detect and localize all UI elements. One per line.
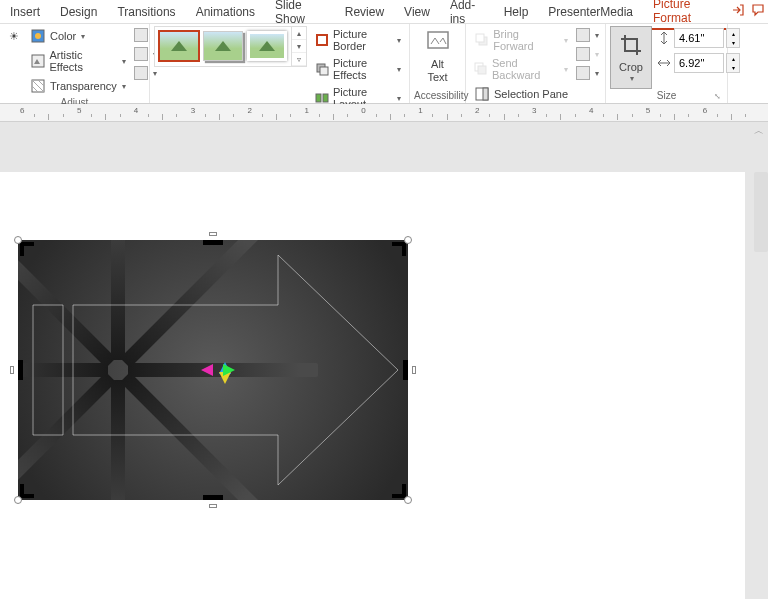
sel-handle[interactable] bbox=[14, 496, 22, 504]
transparency-icon bbox=[30, 78, 46, 94]
comments-icon[interactable] bbox=[748, 3, 768, 20]
selected-picture[interactable] bbox=[18, 240, 408, 500]
tab-view[interactable]: View bbox=[394, 2, 440, 22]
reset-icon bbox=[134, 66, 148, 80]
gallery-up[interactable]: ▴ bbox=[292, 27, 306, 40]
change-picture-icon bbox=[134, 47, 148, 61]
artistic-effects-button[interactable]: Artistic Effects ▾ bbox=[26, 47, 130, 75]
tab-insert[interactable]: Insert bbox=[0, 2, 50, 22]
tab-animations[interactable]: Animations bbox=[186, 2, 265, 22]
gallery-down[interactable]: ▾ bbox=[292, 40, 306, 53]
height-up[interactable]: ▴ bbox=[727, 29, 739, 38]
corrections-icon: ☀ bbox=[6, 28, 22, 44]
tab-help[interactable]: Help bbox=[494, 2, 539, 22]
slide-canvas[interactable]: ︿ bbox=[0, 122, 768, 599]
border-label: Picture Border bbox=[333, 28, 392, 52]
alt-text-icon bbox=[424, 28, 452, 56]
sel-handle[interactable] bbox=[209, 504, 217, 508]
align-button[interactable]: ▾ bbox=[574, 26, 601, 44]
bring-forward-icon bbox=[474, 32, 489, 48]
sel-handle[interactable] bbox=[10, 366, 14, 374]
height-down[interactable]: ▾ bbox=[727, 38, 739, 47]
size-group-label: Size bbox=[657, 90, 676, 101]
sel-handle[interactable] bbox=[404, 236, 412, 244]
crop-handle-right[interactable] bbox=[403, 360, 408, 380]
svg-point-1 bbox=[35, 33, 41, 39]
crop-icon bbox=[617, 31, 645, 59]
gallery-more[interactable]: ▿ bbox=[292, 53, 306, 66]
style-shadow[interactable] bbox=[203, 31, 243, 61]
color-label: Color bbox=[50, 30, 76, 42]
color-icon bbox=[30, 28, 46, 44]
sel-handle[interactable] bbox=[412, 366, 416, 374]
accessibility-group-label: Accessibility bbox=[414, 89, 461, 103]
align-icon bbox=[576, 28, 590, 42]
border-icon bbox=[315, 32, 329, 48]
sel-handle[interactable] bbox=[14, 236, 22, 244]
svg-rect-4 bbox=[317, 35, 327, 45]
svg-rect-7 bbox=[316, 94, 321, 102]
width-up[interactable]: ▴ bbox=[727, 54, 739, 63]
crop-label: Crop bbox=[619, 61, 643, 74]
crop-handle-bottom[interactable] bbox=[203, 495, 223, 500]
picture-effects-button[interactable]: Picture Effects ▾ bbox=[311, 55, 405, 83]
svg-rect-8 bbox=[323, 94, 328, 102]
tab-presentermedia[interactable]: PresenterMedia bbox=[538, 2, 643, 22]
svg-rect-6 bbox=[320, 67, 328, 75]
selection-pane-button[interactable]: Selection Pane bbox=[470, 84, 572, 104]
horizontal-ruler[interactable]: 6543210123456 bbox=[0, 104, 768, 122]
svg-rect-13 bbox=[478, 66, 486, 74]
artistic-icon bbox=[30, 53, 46, 69]
sel-handle[interactable] bbox=[209, 232, 217, 236]
crop-handle-left[interactable] bbox=[18, 360, 23, 380]
crop-button[interactable]: Crop ▾ bbox=[610, 26, 652, 89]
selection-pane-icon bbox=[474, 86, 490, 102]
transparency-label: Transparency bbox=[50, 80, 117, 92]
rotate-icon bbox=[576, 66, 590, 80]
transparency-button[interactable]: Transparency ▾ bbox=[26, 76, 130, 96]
alt-text-l2: Text bbox=[427, 71, 447, 84]
svg-rect-11 bbox=[476, 34, 484, 42]
style-frame[interactable] bbox=[247, 31, 287, 61]
picture-styles-gallery[interactable]: ▴ ▾ ▿ bbox=[154, 26, 307, 67]
color-button[interactable]: Color ▾ bbox=[26, 26, 130, 46]
effects-icon bbox=[315, 61, 329, 77]
crop-handle-top[interactable] bbox=[203, 240, 223, 245]
width-down[interactable]: ▾ bbox=[727, 63, 739, 72]
picture-border-button[interactable]: Picture Border ▾ bbox=[311, 26, 405, 54]
send-backward-label: Send Backward bbox=[492, 57, 559, 81]
rotate-button[interactable]: ▾ bbox=[574, 64, 601, 82]
bring-forward-button: Bring Forward ▾ bbox=[470, 26, 572, 54]
send-backward-button: Send Backward ▾ bbox=[470, 55, 572, 83]
tab-design[interactable]: Design bbox=[50, 2, 107, 22]
size-launcher[interactable]: ⤡ bbox=[714, 92, 721, 101]
svg-rect-9 bbox=[428, 32, 448, 48]
alt-text-l1: Alt bbox=[431, 58, 444, 71]
corrections-button[interactable]: ☀ bbox=[4, 26, 24, 46]
selection-pane-label: Selection Pane bbox=[494, 88, 568, 100]
style-simple[interactable] bbox=[159, 31, 199, 61]
alt-text-button[interactable]: Alt Text bbox=[418, 26, 458, 86]
sel-handle[interactable] bbox=[404, 496, 412, 504]
height-input[interactable] bbox=[674, 28, 724, 48]
group-icon bbox=[576, 47, 590, 61]
artistic-label: Artistic Effects bbox=[50, 49, 117, 73]
collapse-ribbon-icon[interactable]: ︿ bbox=[754, 124, 764, 138]
svg-rect-15 bbox=[483, 88, 488, 100]
slide[interactable] bbox=[0, 172, 745, 599]
share-icon[interactable] bbox=[728, 3, 748, 20]
ribbon-tabs: Insert Design Transitions Animations Sli… bbox=[0, 0, 768, 24]
group-button: ▾ bbox=[574, 45, 601, 63]
width-icon bbox=[656, 55, 672, 71]
bring-forward-label: Bring Forward bbox=[493, 28, 559, 52]
height-icon bbox=[656, 30, 672, 46]
vertical-scrollbar[interactable] bbox=[754, 172, 768, 252]
send-backward-icon bbox=[474, 61, 488, 77]
tab-review[interactable]: Review bbox=[335, 2, 394, 22]
ribbon: ☀ Color ▾ Artistic Effects ▾ Transparenc… bbox=[0, 24, 768, 104]
compress-icon bbox=[134, 28, 148, 42]
width-input[interactable] bbox=[674, 53, 724, 73]
tab-transitions[interactable]: Transitions bbox=[107, 2, 185, 22]
effects-label: Picture Effects bbox=[333, 57, 392, 81]
